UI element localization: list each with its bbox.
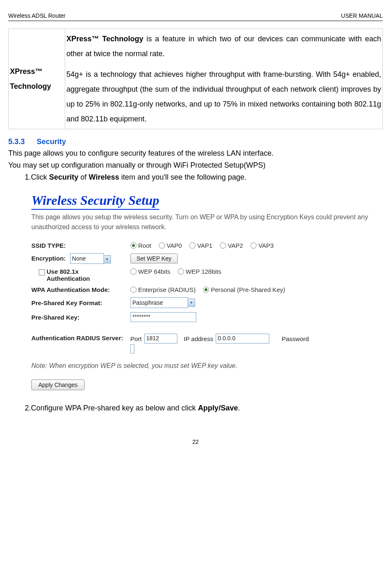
step1-mid: of [78,173,89,181]
psk-format-label: Pre-Shared Key Format: [31,299,130,306]
feature-desc-cell: XPress™ Technology is a feature in which… [65,29,383,129]
ssid-vap2-option[interactable]: VAP2 [220,242,243,249]
wep64-option[interactable]: WEP 64bits [130,268,170,275]
encryption-value: None [72,255,86,262]
wep-note: Note: When encryption WEP is selected, y… [31,362,383,370]
psk-label: Pre-Shared Key: [31,314,130,321]
use-8021x-label-wrap: Use 802.1x Authentication [31,268,130,282]
psk-input[interactable]: ******** [130,312,196,322]
step-1: 1.Click Security of Wireless item and yo… [25,172,383,183]
section-number: 5.3.3 [8,138,25,146]
page-number: 22 [8,439,383,445]
step2-pre: 2.Configure WPA Pre-shared key as below … [25,404,198,412]
ssid-vap3-label: VAP3 [258,242,273,249]
radio-icon [130,287,137,293]
wep64-label: WEP 64bits [138,268,170,275]
radius-fields: Port 1812 IP address 0.0.0.0 Password [130,334,309,352]
radio-icon [220,242,226,249]
radio-icon [178,268,184,275]
radio-icon [159,242,165,249]
ssid-root-label: Root [138,242,151,249]
radio-icon [203,287,209,293]
wpa-mode-row: WPA Authentication Mode: Enterprise (RAD… [31,286,383,293]
header-right: USER MANUAL [341,12,383,19]
encryption-row: Encryption: None▼ Set WEP Key [31,253,383,264]
ssid-vap1-option[interactable]: VAP1 [189,242,212,249]
step1-post: item and you'll see the following page. [119,173,247,181]
radius-pw-input[interactable] [130,344,134,353]
page-header: Wireless ADSL Router USER MANUAL [8,12,383,21]
radius-port-input[interactable]: 1812 [144,334,177,344]
ssid-vap3-option[interactable]: VAP3 [250,242,273,249]
radio-icon [130,242,137,249]
use-8021x-label: Use 802.1x Authentication [47,268,113,282]
section-title: Security [37,138,66,146]
step2-post: . [238,404,240,412]
wpa-enterprise-option[interactable]: Enterprise (RADIUS) [130,286,196,293]
radio-icon [130,268,137,275]
feature-label-cell: XPress™ Technology [9,29,65,129]
encryption-label: Encryption: None▼ [31,253,130,264]
wpa-personal-option[interactable]: Personal (Pre-Shared Key) [203,286,285,293]
step1-b2: Wireless [89,173,119,181]
radio-icon [250,242,257,249]
radius-port-label: Port [130,335,142,342]
step1-b1: Security [49,173,78,181]
psk-format-select[interactable]: Passphrase [130,297,188,308]
radius-line-2 [130,345,309,352]
table-row: XPress™ Technology XPress™ Technology is… [9,29,383,129]
step2-b: Apply/Save [198,404,238,412]
step1-pre: 1.Click [25,173,49,181]
section-line-1: This page allows you to configure securi… [8,148,383,159]
psk-row: Pre-Shared Key: ******** [31,312,383,322]
chevron-down-icon[interactable]: ▼ [104,255,111,263]
ssid-type-label: SSID TYPE: [31,242,130,249]
feature-para-1: XPress™ Technology is a feature in which… [66,31,381,61]
wpa-mode-label: WPA Authentication Mode: [31,286,130,293]
encryption-select[interactable]: None [70,253,104,264]
radius-label: Authentication RADIUS Server: [31,334,130,341]
radius-row: Authentication RADIUS Server: Port 1812 … [31,334,383,352]
radius-ip-label: IP address [184,335,213,342]
feature-table: XPress™ Technology XPress™ Technology is… [8,28,383,129]
ssid-vap0-option[interactable]: VAP0 [159,242,182,249]
section-heading: 5.3.3 Security [8,138,383,146]
apply-changes-button[interactable]: Apply Changes [31,379,85,390]
use-8021x-checkbox-wrap[interactable]: Use 802.1x Authentication [39,268,113,282]
wpa-personal-label: Personal (Pre-Shared Key) [211,286,285,293]
psk-format-value: Passphrase [132,299,163,306]
radius-ip-input[interactable]: 0.0.0.0 [216,334,269,344]
screenshot-title: Wireless Security Setup [31,193,159,210]
wep128-option[interactable]: WEP 128bits [178,268,221,275]
screenshot-subtext: This page allows you setup the wireless … [31,212,383,232]
wep128-label: WEP 128bits [186,268,221,275]
spacer [31,326,383,334]
ssid-vap0-label: VAP0 [167,242,182,249]
chevron-down-icon[interactable]: ▼ [188,299,195,307]
psk-format-row: Pre-Shared Key Format: Passphrase▼ [31,297,383,308]
8021x-row: Use 802.1x Authentication WEP 64bits WEP… [31,268,383,282]
feature-para-2: 54g+ is a technology that achieves highe… [66,67,381,126]
radio-icon [189,242,196,249]
header-left: Wireless ADSL Router [8,12,66,19]
spacer [66,61,381,67]
feature-bold: XPress™ Technology [66,35,143,43]
screenshot-wireless-security: Wireless Security Setup This page allows… [25,188,383,390]
checkbox-icon [39,269,45,275]
ssid-vap1-label: VAP1 [197,242,212,249]
ssid-root-option[interactable]: Root [130,242,151,249]
wpa-enterprise-label: Enterprise (RADIUS) [138,286,196,293]
radius-pw-label: Password [282,335,309,342]
encryption-label-text: Encryption: [31,255,66,262]
section-line-2: You may set up configuration manually or… [8,160,383,171]
ssid-type-row: SSID TYPE: Root VAP0 VAP1 VAP2 VAP3 [31,242,383,249]
ssid-vap2-label: VAP2 [228,242,243,249]
radius-line-1: Port 1812 IP address 0.0.0.0 Password [130,334,309,344]
step-2: 2.Configure WPA Pre-shared key as below … [25,403,383,414]
set-wep-key-button[interactable]: Set WEP Key [130,254,178,263]
